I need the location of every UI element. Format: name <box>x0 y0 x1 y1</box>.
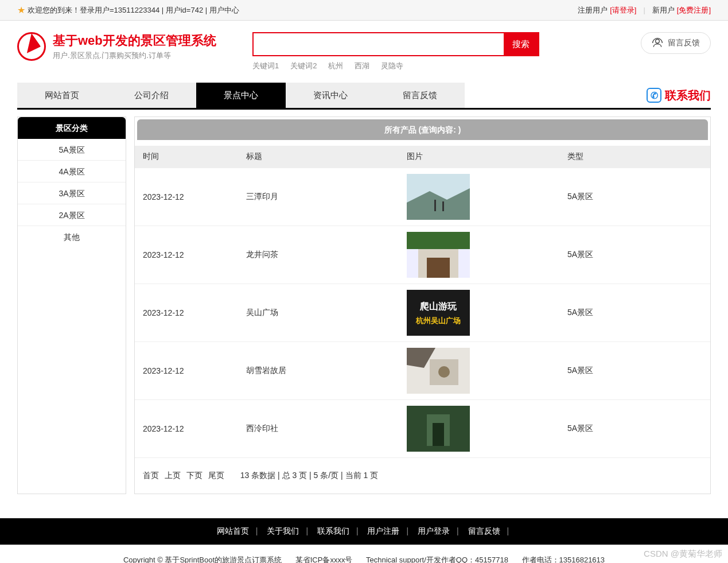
thumbnail-image[interactable] <box>407 174 470 220</box>
footer-link[interactable]: 网站首页 <box>217 526 249 535</box>
thumbnail-image[interactable] <box>407 232 470 278</box>
keywords: 关键词1 关键词2 杭州 西湖 灵隐寺 <box>252 61 539 71</box>
pager-last[interactable]: 尾页 <box>208 471 224 480</box>
cell-image <box>399 342 559 400</box>
cell-time: 2023-12-12 <box>135 284 238 342</box>
table-row[interactable]: 2023-12-12胡雪岩故居5A景区 <box>135 342 710 400</box>
cell-title: 胡雪岩故居 <box>238 342 399 400</box>
sidebar-item-3a[interactable]: 3A景区 <box>18 183 126 204</box>
col-title: 标题 <box>238 146 399 168</box>
table-row[interactable]: 2023-12-12吴山广场爬山游玩杭州吴山广场5A景区 <box>135 284 710 342</box>
support-text: Technical support/开发作者QQ：45157718 <box>366 556 508 563</box>
site-title: 基于web开发的景区管理系统 <box>53 32 216 49</box>
keyword-link[interactable]: 西湖 <box>355 61 369 71</box>
welcome-text[interactable]: 欢迎您的到来！登录用户=13511223344 | 用户id=742 | 用户中… <box>28 0 239 21</box>
svg-rect-18 <box>433 423 444 446</box>
pager-next[interactable]: 下页 <box>186 471 203 480</box>
col-time: 时间 <box>135 146 238 168</box>
svg-rect-6 <box>407 232 470 249</box>
logo-icon <box>17 32 46 61</box>
table-row[interactable]: 2023-12-12龙井问茶5A景区 <box>135 226 710 284</box>
pager: 首页 上页 下页 尾页 13 条数据 | 总 3 页 | 5 条/页 | 当前 … <box>135 458 710 494</box>
topbar: ★ 欢迎您的到来！登录用户=13511223344 | 用户id=742 | 用… <box>0 0 728 21</box>
cell-image <box>399 400 559 458</box>
logo-block[interactable]: 基于web开发的景区管理系统 用户.景区景点.门票购买预约.订单等 <box>17 32 235 61</box>
search-input[interactable] <box>254 33 504 55</box>
pager-info: 13 条数据 | 总 3 页 | 5 条/页 | 当前 1 页 <box>240 471 378 481</box>
col-image: 图片 <box>399 146 559 168</box>
keyword-link[interactable]: 杭州 <box>328 61 343 71</box>
cell-image <box>399 226 559 284</box>
search-button[interactable]: 搜索 <box>504 33 538 55</box>
sidebar: 景区分类 5A景区 4A景区 3A景区 2A景区 其他 <box>17 117 126 494</box>
feedback-label: 留言反馈 <box>668 38 700 48</box>
star-icon: ★ <box>17 0 25 21</box>
col-type: 类型 <box>559 146 710 168</box>
svg-point-0 <box>656 39 660 43</box>
pager-prev[interactable]: 上页 <box>165 471 181 480</box>
divider: | <box>643 0 645 21</box>
sidebar-item-4a[interactable]: 4A景区 <box>18 161 126 183</box>
keyword-link[interactable]: 关键词1 <box>252 61 279 71</box>
cell-time: 2023-12-12 <box>135 168 238 226</box>
table-row[interactable]: 2023-12-12西泠印社5A景区 <box>135 400 710 458</box>
footer-nav: 网站首页| 关于我们| 联系我们| 用户注册| 用户登录| 留言反馈| <box>0 518 728 545</box>
phone-text: 作者电话：13516821613 <box>522 556 605 563</box>
cell-type: 5A景区 <box>559 284 710 342</box>
search-block: 搜索 关键词1 关键词2 杭州 西湖 灵隐寺 <box>252 32 539 71</box>
cell-title: 龙井问茶 <box>238 226 399 284</box>
cell-image <box>399 168 559 226</box>
thumbnail-image[interactable] <box>407 406 470 452</box>
pager-first[interactable]: 首页 <box>143 471 159 480</box>
keyword-link[interactable]: 关键词2 <box>290 61 317 71</box>
footer-link[interactable]: 留言反馈 <box>468 526 500 535</box>
sidebar-item-5a[interactable]: 5A景区 <box>18 139 126 161</box>
sidebar-item-2a[interactable]: 2A景区 <box>18 204 126 226</box>
newuser-prefix: 新用户 <box>652 0 675 21</box>
cell-image: 爬山游玩杭州吴山广场 <box>399 284 559 342</box>
svg-rect-3 <box>434 200 436 211</box>
footer-link[interactable]: 关于我们 <box>267 526 299 535</box>
content: 所有产品 (查询内容: ) 时间 标题 图片 类型 2023-12-12三潭印月… <box>134 117 711 494</box>
sidebar-item-other[interactable]: 其他 <box>18 226 126 248</box>
cell-title: 三潭印月 <box>238 168 399 226</box>
nav-about[interactable]: 公司介绍 <box>107 83 196 108</box>
nav-feedback[interactable]: 留言反馈 <box>375 83 465 108</box>
thumbnail-image[interactable] <box>407 348 470 394</box>
svg-rect-8 <box>427 258 450 278</box>
cell-title: 吴山广场 <box>238 284 399 342</box>
copyright-text: Copyright © 基于SprintBoot的旅游景点订票系统 <box>123 556 282 563</box>
nav-scenic[interactable]: 景点中心 <box>196 83 286 108</box>
keyword-link[interactable]: 灵隐寺 <box>381 61 403 71</box>
copyright: Copyright © 基于SprintBoot的旅游景点订票系统 某省ICP备… <box>0 545 728 563</box>
footer-link[interactable]: 用户注册 <box>367 526 399 535</box>
footer-link[interactable]: 联系我们 <box>317 526 349 535</box>
cell-title: 西泠印社 <box>238 400 399 458</box>
contact-label: 联系我们 <box>665 88 711 103</box>
nav-home[interactable]: 网站首页 <box>17 83 107 108</box>
phone-icon: ✆ <box>647 88 661 103</box>
cell-type: 5A景区 <box>559 226 710 284</box>
cell-type: 5A景区 <box>559 168 710 226</box>
cell-type: 5A景区 <box>559 400 710 458</box>
nav-news[interactable]: 资讯中心 <box>286 83 375 108</box>
table-row[interactable]: 2023-12-12三潭印月5A景区 <box>135 168 710 226</box>
headset-icon <box>652 37 663 49</box>
sidebar-title: 景区分类 <box>18 117 126 139</box>
cell-time: 2023-12-12 <box>135 342 238 400</box>
cell-type: 5A景区 <box>559 342 710 400</box>
svg-point-15 <box>438 366 450 378</box>
main-nav: 网站首页 公司介绍 景点中心 资讯中心 留言反馈 ✆ 联系我们 <box>17 83 711 110</box>
thumbnail-image[interactable]: 爬山游玩杭州吴山广场 <box>407 290 470 336</box>
product-table: 时间 标题 图片 类型 2023-12-12三潭印月5A景区2023-12-12… <box>135 146 710 458</box>
feedback-button[interactable]: 留言反馈 <box>641 32 711 54</box>
login-link[interactable]: [请登录] <box>610 0 636 21</box>
header: 基于web开发的景区管理系统 用户.景区景点.门票购买预约.订单等 搜索 关键词… <box>0 21 728 71</box>
svg-text:杭州吴山广场: 杭州吴山广场 <box>415 316 461 325</box>
svg-rect-9 <box>407 290 470 336</box>
cell-time: 2023-12-12 <box>135 400 238 458</box>
footer-link[interactable]: 用户登录 <box>418 526 450 535</box>
register-link[interactable]: [免费注册] <box>677 0 711 21</box>
svg-text:爬山游玩: 爬山游玩 <box>419 301 457 311</box>
contact-us[interactable]: ✆ 联系我们 <box>647 88 711 103</box>
